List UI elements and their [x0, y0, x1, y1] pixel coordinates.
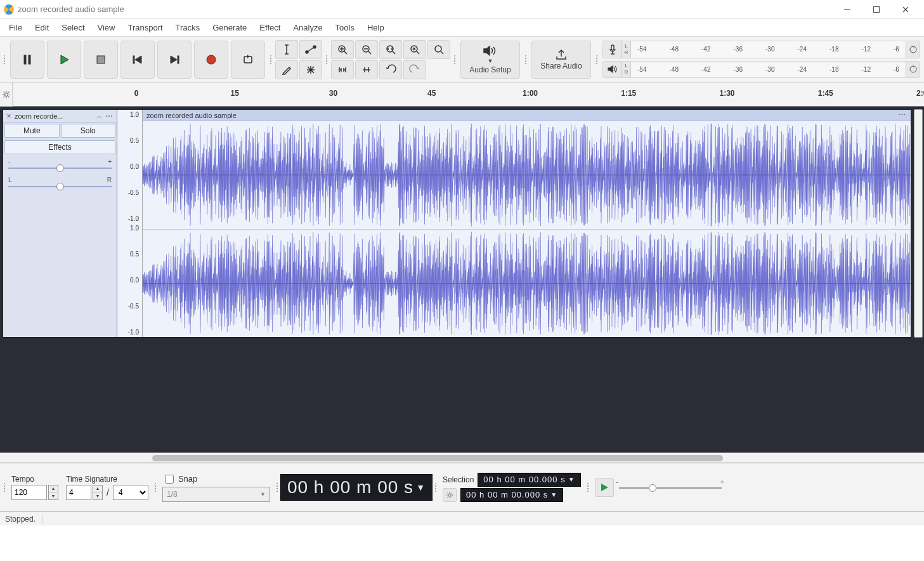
clip-title-label: zoom recorded audio sample — [146, 112, 237, 119]
trim-outside-icon[interactable] — [331, 60, 354, 79]
playback-speed-slider[interactable]: -+ — [616, 481, 724, 494]
menu-item-analyze[interactable]: Analyze — [287, 20, 329, 35]
share-group: Share Audio — [529, 39, 594, 79]
meter-channels: LR — [622, 62, 631, 78]
fit-project-icon[interactable] — [403, 40, 426, 59]
toolbar-gripper[interactable] — [274, 485, 280, 489]
timeline-options-button[interactable] — [0, 82, 13, 107]
selection-tool-icon[interactable] — [275, 40, 298, 59]
undo-icon[interactable] — [379, 60, 402, 79]
zoom-toggle-icon[interactable] — [427, 40, 450, 59]
vertical-scrollbar[interactable] — [914, 109, 923, 338]
pan-slider[interactable]: LR — [3, 174, 117, 192]
zoom-in-icon[interactable] — [331, 40, 354, 59]
snap-checkbox[interactable] — [165, 475, 174, 484]
minimize-button[interactable] — [833, 0, 862, 19]
toolbar-gripper[interactable] — [433, 485, 439, 489]
silence-selection-icon[interactable] — [355, 60, 378, 79]
toolbar-gripper[interactable] — [152, 485, 159, 489]
timeline-ruler[interactable]: 01530451:001:151:301:452:00 — [13, 82, 924, 107]
share-audio-button[interactable]: Share Audio — [531, 41, 591, 79]
multi-tool-icon[interactable] — [299, 60, 322, 79]
mute-button[interactable]: Mute — [4, 124, 60, 138]
main-toolbar: ▼ Audio Setup Share Audio LR -54-48-42-3… — [0, 37, 924, 82]
record-button[interactable] — [194, 41, 228, 79]
waveform-area[interactable]: zoom recorded audio sample ⋯ — [143, 110, 911, 337]
zoom-out-icon[interactable] — [355, 40, 378, 59]
titlebar: zoom recorded audio sample — [0, 0, 924, 19]
fit-selection-icon[interactable] — [379, 40, 402, 59]
track-collapse-icon[interactable]: ︿ — [96, 112, 104, 121]
play-at-speed-group: -+ — [591, 478, 728, 497]
toolbar-gripper[interactable] — [1, 39, 8, 79]
play-at-speed-button[interactable] — [595, 478, 614, 497]
selection-options-button[interactable] — [443, 488, 457, 502]
toolbar-gripper[interactable] — [1, 485, 8, 489]
effects-button[interactable]: Effects — [4, 140, 115, 154]
status-text: Stopped. — [5, 515, 36, 524]
skip-start-button[interactable] — [120, 41, 155, 79]
close-button[interactable] — [891, 0, 920, 19]
menu-item-generate[interactable]: Generate — [206, 20, 253, 35]
track: × zoom recorde... ︿ ⋯ Mute Solo Effects … — [3, 109, 911, 338]
timesig-numerator-input[interactable] — [66, 485, 91, 500]
svg-rect-0 — [874, 6, 880, 12]
svg-point-18 — [4, 93, 8, 96]
toolbar-gripper[interactable] — [268, 39, 274, 79]
upload-icon — [555, 49, 568, 60]
maximize-button[interactable] — [862, 0, 891, 19]
pause-button[interactable] — [10, 41, 44, 79]
gear-icon — [2, 90, 11, 99]
menu-item-view[interactable]: View — [91, 20, 122, 35]
selection-end-display[interactable]: 00 h 00 m 00.000 s▼ — [460, 488, 563, 502]
time-position-display[interactable]: 00 h 00 m 00 s▼ — [280, 474, 433, 501]
audio-setup-button[interactable]: ▼ Audio Setup — [460, 41, 520, 79]
playback-meter[interactable]: LR -54-48-42-36-30-24-18-12-6 — [602, 61, 920, 79]
skip-end-button[interactable] — [157, 41, 192, 79]
tempo-spinner[interactable]: ▲▼ — [48, 485, 58, 500]
selection-start-display[interactable]: 00 h 00 m 00.000 s▼ — [478, 473, 580, 487]
menu-item-file[interactable]: File — [3, 20, 29, 35]
track-close-button[interactable]: × — [4, 112, 13, 121]
loop-button[interactable] — [231, 41, 265, 79]
meter-scale: -54-48-42-36-30-24-18-12-6 — [631, 62, 906, 78]
menu-item-select[interactable]: Select — [55, 20, 91, 35]
gain-slider[interactable]: -+ — [3, 155, 117, 174]
waveform-channel-right[interactable] — [143, 229, 911, 338]
toolbar-gripper[interactable] — [523, 39, 529, 79]
toolbar-gripper[interactable] — [585, 485, 591, 489]
solo-button[interactable]: Solo — [61, 124, 116, 138]
play-button[interactable] — [47, 41, 81, 79]
track-control-panel: × zoom recorde... ︿ ⋯ Mute Solo Effects … — [3, 110, 117, 337]
redo-icon[interactable] — [403, 60, 426, 79]
clip-menu-button[interactable]: ⋯ — [899, 111, 907, 119]
stop-button[interactable] — [84, 41, 118, 79]
timesig-num-spinner[interactable]: ▲▼ — [93, 485, 103, 500]
toolbar-gripper[interactable] — [452, 39, 458, 79]
menu-item-tools[interactable]: Tools — [329, 20, 361, 35]
clip-header[interactable]: zoom recorded audio sample ⋯ — [143, 110, 911, 121]
envelope-tool-icon[interactable] — [299, 40, 322, 59]
tempo-input[interactable] — [11, 485, 47, 500]
horizontal-scrollbar[interactable] — [0, 452, 924, 463]
selection-label: Selection — [443, 475, 474, 484]
toolbar-gripper[interactable] — [594, 39, 600, 79]
draw-tool-icon[interactable] — [275, 60, 298, 79]
menu-item-help[interactable]: Help — [361, 20, 391, 35]
snap-resolution-select[interactable]: 1/8 ▼ — [162, 487, 270, 502]
recording-meter[interactable]: LR -54-48-42-36-30-24-18-12-6 — [602, 41, 920, 58]
app-icon — [4, 4, 14, 15]
track-menu-button[interactable]: ⋯ — [105, 112, 115, 121]
toolbar-gripper[interactable] — [323, 39, 330, 79]
selection-field: Selection 00 h 00 m 00.000 s▼ 00 h 00 m … — [439, 473, 585, 502]
waveform-channel-left[interactable] — [143, 121, 911, 229]
menu-item-transport[interactable]: Transport — [121, 20, 169, 35]
svg-rect-5 — [178, 56, 179, 63]
workspace: 01530451:001:151:301:452:00 × zoom recor… — [0, 82, 924, 463]
menu-item-effect[interactable]: Effect — [253, 20, 287, 35]
timesig-denominator-select[interactable]: 4 — [113, 485, 148, 500]
menu-item-tracks[interactable]: Tracks — [169, 20, 207, 35]
menu-item-edit[interactable]: Edit — [29, 20, 55, 35]
track-name-label[interactable]: zoom recorde... — [15, 112, 95, 120]
track-header: × zoom recorde... ︿ ⋯ — [3, 110, 117, 122]
